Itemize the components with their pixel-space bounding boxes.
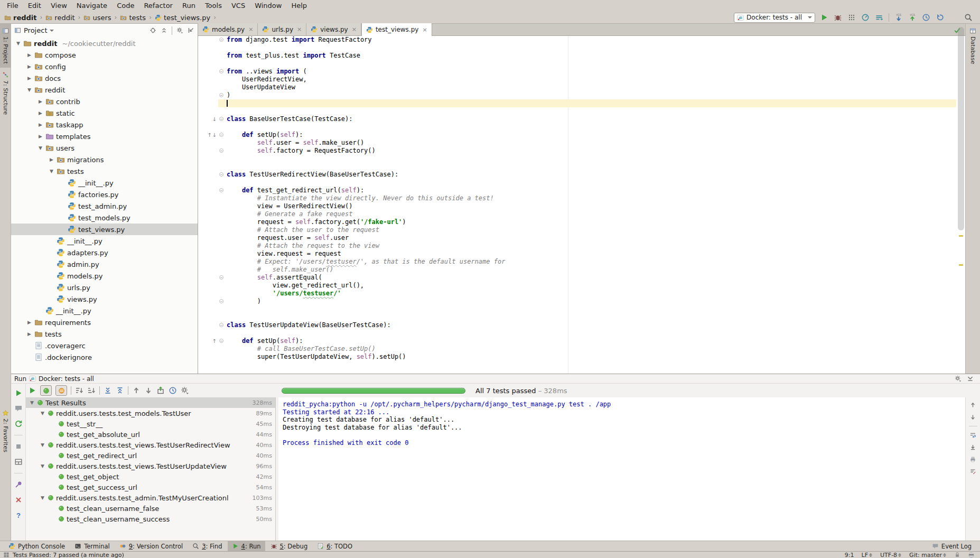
tree-item-test-models-py[interactable]: test_models.py bbox=[11, 212, 198, 224]
tree-item-init-py[interactable]: __init__.py bbox=[11, 305, 198, 317]
softwrap-icon[interactable] bbox=[969, 432, 976, 439]
fold-marker-icon[interactable] bbox=[219, 339, 223, 343]
tree-item-migrations[interactable]: ▶migrations bbox=[11, 154, 198, 165]
status-widget-9-1[interactable]: 9:1 bbox=[845, 552, 854, 558]
lock-icon[interactable] bbox=[954, 552, 960, 558]
chevron-right-icon[interactable]: ▶ bbox=[49, 157, 54, 162]
filter-toggle-ok-ball[interactable] bbox=[40, 385, 52, 396]
menu-item-file[interactable]: File bbox=[2, 0, 23, 12]
vcs-up-icon[interactable]: VCS bbox=[908, 13, 917, 22]
fold-marker-icon[interactable] bbox=[219, 117, 223, 121]
tree-item-config[interactable]: ▶config bbox=[11, 61, 198, 72]
down-icon[interactable] bbox=[144, 386, 153, 395]
menu-item-edit[interactable]: Edit bbox=[23, 0, 46, 12]
tool-stripe-button-7-structure[interactable]: 7: Structure bbox=[0, 68, 11, 118]
history-icon[interactable] bbox=[922, 13, 930, 22]
fold-marker-icon[interactable] bbox=[219, 38, 223, 42]
chevron-down-icon[interactable]: ▼ bbox=[38, 145, 43, 151]
tool-window-button-terminal[interactable]: Terminal bbox=[70, 541, 114, 552]
chevron-down-icon[interactable]: ▼ bbox=[26, 87, 32, 92]
chevron-down-icon[interactable]: ▼ bbox=[40, 442, 45, 448]
chevron-right-icon[interactable]: ▶ bbox=[38, 134, 43, 139]
override-down-icon[interactable]: ↓ bbox=[212, 117, 217, 122]
test-node-test-get-object[interactable]: test_get_object42ms bbox=[26, 471, 275, 482]
tree-item-init-py[interactable]: __init__.py bbox=[11, 177, 198, 189]
tree-item-urls-py[interactable]: urls.py bbox=[11, 282, 198, 293]
coverage-icon[interactable] bbox=[847, 13, 856, 22]
menu-item-view[interactable]: View bbox=[46, 0, 72, 12]
tree-item-models-py[interactable]: models.py bbox=[11, 270, 198, 282]
up-icon[interactable] bbox=[132, 386, 141, 395]
error-stripe-mark[interactable] bbox=[959, 264, 963, 266]
editor-tab-views-py[interactable]: views.py× bbox=[306, 23, 361, 35]
tree-item-adapters-py[interactable]: adapters.py bbox=[11, 247, 198, 258]
fold-marker-icon[interactable] bbox=[219, 148, 223, 153]
print-icon[interactable] bbox=[969, 456, 976, 463]
fold-marker-icon[interactable] bbox=[219, 69, 223, 73]
help-icon[interactable]: ? bbox=[14, 511, 23, 519]
tree-item-reddit[interactable]: ▼reddit~/cookiecutter/reddit bbox=[11, 38, 198, 49]
chevron-right-icon[interactable]: ▶ bbox=[26, 331, 32, 337]
tab-close-icon[interactable]: × bbox=[297, 26, 302, 33]
pin-icon[interactable] bbox=[14, 480, 23, 489]
splitter[interactable] bbox=[275, 397, 276, 541]
chevron-right-icon[interactable]: ▶ bbox=[38, 110, 43, 116]
test-node-test-str[interactable]: test__str__45ms bbox=[26, 418, 275, 429]
close-icon[interactable] bbox=[14, 496, 23, 504]
menu-item-code[interactable]: Code bbox=[112, 0, 139, 12]
breadcrumb-item-reddit[interactable]: reddit bbox=[44, 14, 76, 22]
tab-close-icon[interactable]: × bbox=[248, 26, 253, 33]
test-node-test-results[interactable]: ▼Test Results328ms bbox=[26, 397, 275, 408]
editor-scrollbar[interactable] bbox=[958, 27, 964, 230]
tool-stripe-button-2-favorites[interactable]: 2: Favorites bbox=[0, 406, 11, 456]
menu-item-tools[interactable]: Tools bbox=[200, 0, 227, 12]
scrollend-icon[interactable] bbox=[969, 444, 976, 451]
tree-item-tests[interactable]: ▼tests bbox=[11, 165, 198, 177]
menu-item-refactor[interactable]: Refactor bbox=[139, 0, 178, 12]
rerun-failed-icon[interactable] bbox=[14, 420, 23, 428]
tree-item-compose[interactable]: ▶compose bbox=[11, 49, 198, 61]
profiler-icon[interactable] bbox=[861, 13, 870, 22]
test-node-test-clean-username-false[interactable]: test_clean_username_false53ms bbox=[26, 503, 275, 514]
tree-item-dockerignore[interactable]: .dockerignore bbox=[11, 351, 198, 363]
chevron-right-icon[interactable]: ▶ bbox=[26, 52, 32, 58]
hide-left-icon[interactable] bbox=[188, 27, 194, 34]
tree-item-contrib[interactable]: ▶contrib bbox=[11, 96, 198, 107]
override-up-icon[interactable]: ↑ bbox=[207, 133, 211, 138]
hector-icon[interactable] bbox=[968, 552, 975, 558]
chevron-down-icon[interactable] bbox=[50, 30, 54, 32]
fold-marker-icon[interactable] bbox=[219, 323, 223, 327]
status-widget-lf[interactable]: LF bbox=[862, 552, 873, 558]
fold-marker-icon[interactable] bbox=[219, 275, 223, 280]
tree-item-factories-py[interactable]: factories.py bbox=[11, 189, 198, 200]
tool-window-button-find[interactable]: 3: Find bbox=[188, 541, 226, 552]
stop-icon[interactable] bbox=[14, 442, 23, 451]
tool-window-button-python-console[interactable]: Python Console bbox=[4, 541, 69, 552]
test-node-reddit-users-tests-test-models-testuser[interactable]: ▼reddit.users.tests.test_models.TestUser… bbox=[26, 408, 275, 418]
crosshair-icon[interactable] bbox=[150, 27, 156, 34]
buffer-icon[interactable] bbox=[875, 13, 883, 22]
editor-tab-test-views-py[interactable]: test_views.py× bbox=[361, 23, 432, 36]
test-node-test-get-success-url[interactable]: test_get_success_url54ms bbox=[26, 482, 275, 492]
search-icon[interactable] bbox=[964, 13, 973, 22]
gear-dd-icon[interactable] bbox=[181, 386, 189, 395]
balloon-icon[interactable] bbox=[14, 404, 23, 413]
sort-alpha-icon[interactable] bbox=[75, 386, 83, 395]
fold-marker-icon[interactable] bbox=[219, 133, 223, 137]
chevron-down-icon[interactable]: ▼ bbox=[15, 41, 21, 46]
expand-icon[interactable] bbox=[104, 386, 112, 395]
filter-toggle-skip-ball[interactable] bbox=[55, 385, 67, 396]
up-icon[interactable] bbox=[969, 402, 976, 408]
sort-num-icon[interactable] bbox=[87, 386, 96, 395]
tree-item-init-py[interactable]: __init__.py bbox=[11, 235, 198, 247]
tool-stripe-button-1-project[interactable]: 1: Project bbox=[0, 24, 11, 68]
menu-item-navigate[interactable]: Navigate bbox=[72, 0, 112, 12]
code-editor[interactable]: from django.test import RequestFactoryfr… bbox=[198, 36, 965, 374]
tree-item-docs[interactable]: ▶docs bbox=[11, 72, 198, 84]
tree-item-coveragerc[interactable]: .coveragerc bbox=[11, 340, 198, 351]
tool-window-button-debug[interactable]: 5: Debug bbox=[266, 541, 312, 552]
chevron-down-icon[interactable]: ▼ bbox=[40, 463, 45, 469]
test-node-test-get-redirect-url[interactable]: test_get_redirect_url40ms bbox=[26, 450, 275, 461]
tree-item-test-views-py[interactable]: test_views.py bbox=[11, 224, 198, 235]
menu-item-window[interactable]: Window bbox=[250, 0, 286, 12]
